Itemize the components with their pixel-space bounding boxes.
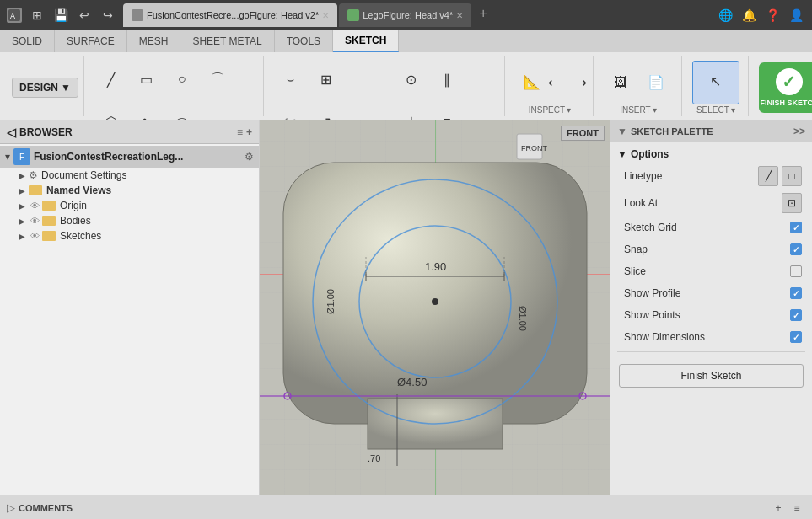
redo-button[interactable]: ↪ xyxy=(98,5,118,25)
select-arrow-icon: ↖ xyxy=(706,72,726,92)
design-dropdown[interactable]: DESIGN ▼ xyxy=(12,78,78,98)
tab-surface[interactable]: SURFACE xyxy=(55,30,127,52)
measure-button[interactable]: 📐 xyxy=(515,62,549,103)
browser-tree: ▾ F FusionContestRecreationLeg... ⚙ ▶ ⚙ … xyxy=(0,144,259,495)
top-icons: ⊞ 💾 ↩ ↪ xyxy=(27,5,118,25)
palette-expand-button[interactable]: >> xyxy=(793,126,805,137)
circle-button[interactable]: ○ xyxy=(165,59,199,99)
tab-sheet-metal[interactable]: SHEET METAL xyxy=(180,30,274,52)
insert-image-button[interactable]: 🖼 xyxy=(604,62,637,103)
linetype-btn-1[interactable]: ╱ xyxy=(758,166,778,186)
sketches-folder-icon xyxy=(42,231,56,241)
show-profile-control[interactable] xyxy=(790,287,802,299)
globe-icon[interactable]: 🌐 xyxy=(716,6,734,24)
add-tab-button[interactable]: + xyxy=(473,3,493,24)
tab-mesh[interactable]: MESH xyxy=(127,30,181,52)
tab-close-2[interactable]: ✕ xyxy=(456,11,463,20)
viewport[interactable]: 1.90 Ø1.00 Ø1.00 Ø4.50 .70 FRONT xyxy=(260,120,610,495)
undo-button[interactable]: ↩ xyxy=(74,5,94,25)
linetype-btn-2[interactable]: □ xyxy=(782,166,802,186)
palette-toggle-icon[interactable]: ▼ xyxy=(617,126,627,137)
ribbon-group-inspect: 📐 ⟵⟶ INSPECT ▾ xyxy=(507,56,594,116)
tab-fusion-head[interactable]: FusionContestRecre...goFigure: Head v2* … xyxy=(123,3,337,27)
browser-expand-icon[interactable]: + xyxy=(246,126,252,138)
rectangle-button[interactable]: ▭ xyxy=(130,59,164,99)
sketches-eye-icon[interactable]: 👁 xyxy=(29,230,40,242)
ribbon-group-insert: 🖼 📄 INSERT ▾ xyxy=(595,56,682,116)
tree-toggle-bodies[interactable]: ▶ xyxy=(17,216,27,226)
sketch-grid-checkbox[interactable] xyxy=(790,222,802,233)
tree-toggle-sketches[interactable]: ▶ xyxy=(17,231,27,241)
finish-sketch-ribbon-button[interactable]: ✓ FINISH SKETCH xyxy=(759,62,812,113)
palette-section-header[interactable]: ▼ Options xyxy=(610,146,812,163)
select-group-items: ↖ xyxy=(692,56,739,105)
snap-control[interactable] xyxy=(790,243,802,255)
slice-control[interactable] xyxy=(790,265,802,277)
nav-cube[interactable]: FRONT xyxy=(508,126,551,168)
collapse-icon[interactable]: ◁ xyxy=(7,126,16,139)
comments-add-icon[interactable]: + xyxy=(770,500,787,516)
insert-dxf-button[interactable]: 📄 xyxy=(639,62,673,103)
slice-checkbox[interactable] xyxy=(790,265,802,277)
finish-sketch-button[interactable]: Finish Sketch xyxy=(619,364,804,388)
insert-label: INSERT ▾ xyxy=(620,105,657,116)
tab-sketch[interactable]: SKETCH xyxy=(333,30,399,52)
select-button[interactable]: ↖ xyxy=(692,61,739,104)
offset-button[interactable]: ⊞ xyxy=(309,59,343,99)
show-dimensions-checkbox[interactable] xyxy=(790,331,802,343)
lookat-label: Look At xyxy=(624,197,658,209)
tree-toggle-named-views[interactable]: ▶ xyxy=(17,185,27,195)
bottom-icons: + ≡ xyxy=(770,500,805,516)
show-points-control[interactable] xyxy=(790,309,802,321)
help-icon[interactable]: ❓ xyxy=(763,6,782,24)
tree-gear-icon[interactable]: ⚙ xyxy=(245,151,254,163)
design-group-items: DESIGN ▼ xyxy=(12,59,78,113)
coincident-button[interactable]: ⊙ xyxy=(395,59,428,99)
tree-item-named-views[interactable]: ▶ Named Views xyxy=(0,183,259,198)
svg-text:FRONT: FRONT xyxy=(521,144,547,152)
svg-text:Ø1.00: Ø1.00 xyxy=(518,306,528,331)
dimension-button[interactable]: ⟵⟶ xyxy=(551,62,584,103)
tab-close-1[interactable]: ✕ xyxy=(322,11,329,20)
tree-toggle-doc[interactable]: ▶ xyxy=(17,170,27,180)
snap-label: Snap xyxy=(624,243,648,255)
show-profile-checkbox[interactable] xyxy=(790,287,802,299)
sketch-grid-control[interactable] xyxy=(790,222,802,233)
bell-icon[interactable]: 🔔 xyxy=(739,6,758,24)
comments-collapse-icon[interactable]: ▷ xyxy=(7,501,15,514)
snap-checkbox[interactable] xyxy=(790,243,802,255)
tree-item-origin[interactable]: ▶ 👁 Origin xyxy=(0,198,259,213)
grid-button[interactable]: ⊞ xyxy=(27,5,47,25)
doc-settings-gear-icon[interactable]: ⚙ xyxy=(29,169,38,181)
design-label: DESIGN xyxy=(19,82,58,94)
show-points-label: Show Points xyxy=(624,309,680,321)
tree-item-bodies[interactable]: ▶ 👁 Bodies xyxy=(0,213,259,228)
arc-button[interactable]: ⌒ xyxy=(201,59,234,99)
tab-lego-head[interactable]: LegoFigure: Head v4* ✕ xyxy=(339,3,471,27)
lookat-btn[interactable]: ⊡ xyxy=(782,193,802,213)
tree-root-item[interactable]: ▾ F FusionContestRecreationLeg... ⚙ xyxy=(0,146,259,168)
show-points-checkbox[interactable] xyxy=(790,309,802,321)
palette-row-snap: Snap xyxy=(610,238,812,260)
tree-toggle-origin[interactable]: ▶ xyxy=(17,201,27,211)
origin-eye-icon[interactable]: 👁 xyxy=(29,200,40,211)
tree-collapse-icon[interactable]: ▾ xyxy=(5,151,10,163)
palette-divider xyxy=(617,351,805,352)
user-icon[interactable]: 👤 xyxy=(787,6,805,24)
bodies-eye-icon[interactable]: 👁 xyxy=(29,215,40,227)
tree-item-doc-settings[interactable]: ▶ ⚙ Document Settings xyxy=(0,168,259,183)
save-button[interactable]: 💾 xyxy=(51,5,71,25)
collinear-button[interactable]: ∥ xyxy=(430,59,464,99)
show-profile-label: Show Profile xyxy=(624,287,680,299)
line-button[interactable]: ╱ xyxy=(94,59,128,99)
show-dimensions-control[interactable] xyxy=(790,331,802,343)
sidebar: ◁ BROWSER ≡ + ▾ F FusionContestRecreatio… xyxy=(0,120,260,495)
tree-item-sketches[interactable]: ▶ 👁 Sketches xyxy=(0,228,259,243)
tab-solid[interactable]: SOLID xyxy=(0,30,55,52)
tab-tools[interactable]: TOOLS xyxy=(275,30,333,52)
browser-settings-icon[interactable]: ≡ xyxy=(237,126,243,138)
app-icon: A xyxy=(7,8,22,23)
comments-menu-icon[interactable]: ≡ xyxy=(788,500,805,516)
circle-icon: ○ xyxy=(172,69,192,89)
fillet-button[interactable]: ⌣ xyxy=(274,59,308,99)
